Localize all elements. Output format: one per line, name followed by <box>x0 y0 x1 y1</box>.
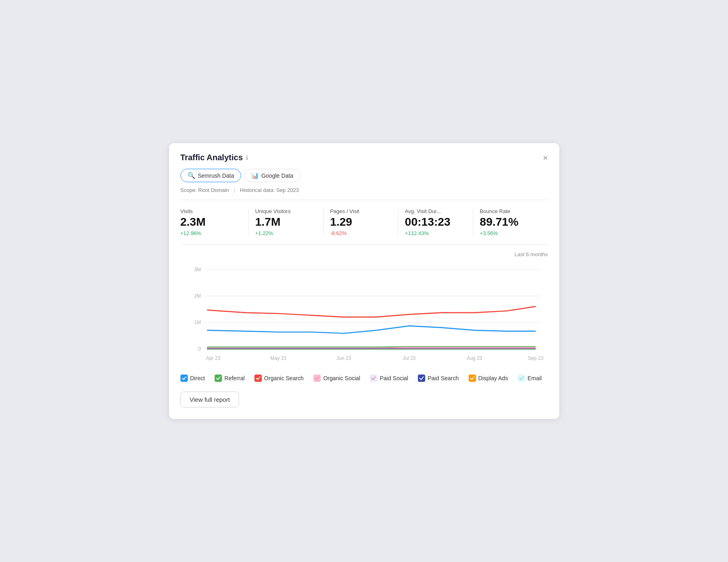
referral-line <box>207 346 536 347</box>
metric-bounce-rate: Bounce Rate 89.71% +3.56% <box>473 208 548 236</box>
metric-avg-visit-dur-change: +112.43% <box>405 230 466 236</box>
card-header: Traffic Analytics ℹ × <box>180 153 548 162</box>
legend-label-direct: Direct <box>190 375 205 381</box>
metric-bounce-rate-value: 89.71% <box>480 216 541 229</box>
tab-semrush[interactable]: 🔍 Semrush Data <box>180 169 241 182</box>
legend-item-display-ads[interactable]: Display Ads <box>469 375 508 382</box>
svg-text:Sep 23: Sep 23 <box>528 355 543 361</box>
metric-avg-visit-dur-label: Avg. Visit Dur... <box>405 208 466 214</box>
svg-text:1M: 1M <box>194 319 201 325</box>
svg-text:3M: 3M <box>194 266 201 272</box>
legend-checkbox-paid-social[interactable] <box>370 375 377 382</box>
svg-text:May 23: May 23 <box>270 355 287 361</box>
legend-checkbox-organic-search[interactable] <box>254 375 262 382</box>
legend-checkbox-paid-search[interactable] <box>418 375 425 382</box>
metric-avg-visit-dur: Avg. Visit Dur... 00:13:23 +112.43% <box>398 208 473 236</box>
metric-bounce-rate-label: Bounce Rate <box>480 208 541 214</box>
legend-checkbox-referral[interactable] <box>215 375 222 382</box>
metric-visits-label: Visits <box>180 208 242 214</box>
svg-text:2M: 2M <box>194 293 201 299</box>
metric-unique-visitors-value: 1.7M <box>255 216 317 229</box>
legend-item-referral[interactable]: Referral <box>215 375 245 382</box>
metric-unique-visitors-label: Unique Visitors <box>255 208 317 214</box>
close-button[interactable]: × <box>543 154 548 162</box>
tab-semrush-label: Semrush Data <box>198 172 234 179</box>
title-group: Traffic Analytics ℹ <box>180 153 248 162</box>
svg-text:Jul 23: Jul 23 <box>402 355 415 361</box>
svg-text:Apr 23: Apr 23 <box>206 355 220 361</box>
legend-checkbox-email[interactable] <box>518 375 525 382</box>
metric-avg-visit-dur-value: 00:13:23 <box>405 216 466 229</box>
tab-google[interactable]: 📊 Google Data <box>244 169 300 182</box>
scope-label: Scope: Root Domain <box>180 187 229 193</box>
card-title: Traffic Analytics <box>180 153 243 162</box>
info-icon[interactable]: ℹ <box>246 155 248 161</box>
legend-label-email: Email <box>528 375 542 381</box>
metric-bounce-rate-change: +3.56% <box>480 230 541 236</box>
legend-area: Direct Referral Organic Search Organic S… <box>180 373 548 382</box>
chart-svg: 3M 2M 1M 0 Apr 23 May 23 Jun 23 Jul 23 A… <box>180 261 548 366</box>
view-report-button[interactable]: View full report <box>180 392 239 407</box>
direct-line <box>207 326 536 333</box>
legend-label-paid-search: Paid Search <box>428 375 459 381</box>
legend-item-organic-social[interactable]: Organic Social <box>313 375 360 382</box>
google-icon: 📊 <box>251 172 259 179</box>
tab-google-label: Google Data <box>261 172 293 179</box>
semrush-icon: 🔍 <box>187 172 196 179</box>
legend-checkbox-organic-social[interactable] <box>313 375 321 382</box>
legend-label-display-ads: Display Ads <box>478 375 508 381</box>
svg-text:Jun 23: Jun 23 <box>336 355 351 361</box>
scope-historical: Historical data: Sep 2023 <box>240 187 299 193</box>
legend-label-organic-search: Organic Search <box>264 375 304 381</box>
chart-area: 3M 2M 1M 0 Apr 23 May 23 Jun 23 Jul 23 A… <box>180 261 548 366</box>
metrics-row: Visits 2.3M +12.96% Unique Visitors 1.7M… <box>180 208 548 245</box>
chart-header: Last 6 months <box>180 251 548 257</box>
legend-item-email[interactable]: Email <box>518 375 542 382</box>
legend-label-referral: Referral <box>224 375 245 381</box>
legend-label-paid-social: Paid Social <box>380 375 408 381</box>
metric-visits-change: +12.96% <box>180 230 242 236</box>
legend-label-organic-social: Organic Social <box>323 375 360 381</box>
scope-separator: | <box>234 187 235 193</box>
svg-text:Aug 23: Aug 23 <box>467 355 482 361</box>
organic-search-line <box>207 307 536 317</box>
svg-text:0: 0 <box>198 346 201 352</box>
legend-item-paid-social[interactable]: Paid Social <box>370 375 408 382</box>
metric-visits-value: 2.3M <box>180 216 242 229</box>
metric-unique-visitors: Unique Visitors 1.7M +1.22% <box>249 208 324 236</box>
metric-visits: Visits 2.3M +12.96% <box>180 208 249 236</box>
chart-period-label: Last 6 months <box>515 251 548 257</box>
metric-pages-visit: Pages / Visit 1.29 -8.62% <box>324 208 398 236</box>
organic-social-line <box>207 347 536 348</box>
legend-item-paid-search[interactable]: Paid Search <box>418 375 459 382</box>
legend-item-organic-search[interactable]: Organic Search <box>254 375 304 382</box>
legend-checkbox-direct[interactable] <box>180 375 188 382</box>
legend-checkbox-display-ads[interactable] <box>469 375 476 382</box>
metric-unique-visitors-change: +1.22% <box>255 230 317 236</box>
scope-row: Scope: Root Domain | Historical data: Se… <box>180 187 548 200</box>
metric-pages-visit-label: Pages / Visit <box>330 208 391 214</box>
tabs-row: 🔍 Semrush Data 📊 Google Data <box>180 169 548 182</box>
metric-pages-visit-value: 1.29 <box>330 216 391 229</box>
legend-item-direct[interactable]: Direct <box>180 375 205 382</box>
metric-pages-visit-change: -8.62% <box>330 230 391 236</box>
traffic-analytics-card: Traffic Analytics ℹ × 🔍 Semrush Data 📊 G… <box>169 143 559 419</box>
